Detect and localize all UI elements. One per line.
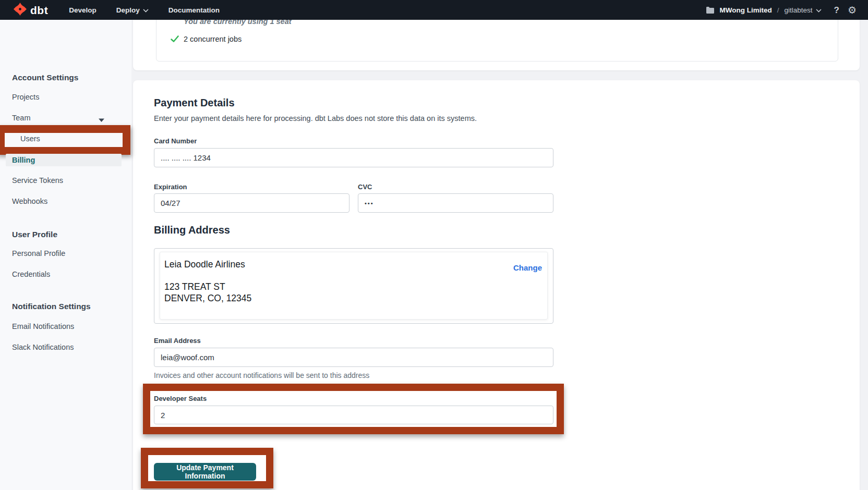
- sidebar-item-billing[interactable]: Billing: [6, 154, 122, 166]
- sidebar-heading-notification-settings: Notification Settings: [12, 302, 91, 311]
- sidebar-item-credentials[interactable]: Credentials: [12, 271, 50, 278]
- sidebar-item-slack-notifications[interactable]: Slack Notifications: [12, 344, 74, 351]
- nav-deploy-label: Deploy: [116, 6, 140, 14]
- expiration-input[interactable]: [154, 193, 349, 213]
- change-address-link[interactable]: Change: [513, 263, 542, 273]
- sidebar-item-webhooks[interactable]: Webhooks: [12, 198, 47, 205]
- gear-icon[interactable]: ⚙: [848, 5, 857, 15]
- billing-address-city: DENVER, CO, 12345: [164, 293, 251, 304]
- sidebar-item-personal-profile[interactable]: Personal Profile: [12, 250, 65, 258]
- sidebar-heading-account-settings: Account Settings: [12, 74, 78, 82]
- email-address-label: Email Address: [154, 337, 201, 344]
- sidebar: Account Settings Projects Team Users Bil…: [0, 20, 131, 490]
- sidebar-item-billing-label: Billing: [6, 156, 35, 164]
- billing-address-title: Billing Address: [154, 224, 230, 236]
- team-caret-down-icon[interactable]: [98, 115, 105, 125]
- sidebar-item-email-notifications[interactable]: Email Notifications: [12, 323, 74, 330]
- dbt-cloud-billing-page: You are currently using 1 seat 2 concurr…: [0, 0, 868, 490]
- sidebar-item-projects[interactable]: Projects: [12, 93, 39, 101]
- project-selector[interactable]: gitlabtest: [785, 6, 822, 14]
- payment-details-title: Payment Details: [154, 97, 235, 108]
- annotation-box-billing: [0, 125, 130, 155]
- sidebar-item-service-tokens[interactable]: Service Tokens: [12, 177, 63, 185]
- deploy-chevron-down-icon: [143, 6, 149, 14]
- cvc-label: CVC: [358, 183, 372, 190]
- card-number-label: Card Number: [154, 138, 197, 144]
- nav-deploy[interactable]: Deploy: [116, 6, 149, 14]
- project-name: gitlabtest: [785, 6, 813, 14]
- developer-seats-input[interactable]: [154, 406, 553, 424]
- sidebar-heading-user-profile: User Profile: [12, 230, 57, 239]
- dbt-logo-icon: [14, 3, 27, 18]
- dbt-logo-text: dbt: [30, 5, 48, 16]
- cvc-input[interactable]: [358, 193, 553, 213]
- payment-details-description: Enter your payment details here for proc…: [154, 114, 477, 124]
- check-icon: [170, 34, 179, 45]
- account-name[interactable]: MWong Limited: [720, 6, 772, 14]
- email-address-input[interactable]: [154, 348, 553, 367]
- expiration-label: Expiration: [154, 183, 187, 190]
- top-navbar: dbt Develop Deploy Documentation MWong L…: [0, 0, 868, 20]
- help-icon[interactable]: ?: [834, 6, 839, 15]
- developer-seats-label: Developer Seats: [154, 395, 207, 402]
- sidebar-item-team[interactable]: Team: [12, 114, 30, 122]
- concurrent-jobs-text: 2 concurrent jobs: [184, 35, 242, 44]
- nav-develop[interactable]: Develop: [69, 6, 97, 14]
- breadcrumb-separator: /: [777, 6, 779, 14]
- nav-documentation[interactable]: Documentation: [168, 6, 220, 14]
- email-helper-text: Invoices and other account notifications…: [154, 371, 369, 380]
- billing-address-name: Leia Doodle Airlines: [164, 259, 245, 270]
- card-number-input[interactable]: [154, 148, 553, 167]
- update-payment-button[interactable]: Update Payment Information: [154, 463, 256, 481]
- folder-icon: [706, 6, 715, 14]
- project-chevron-down-icon: [816, 6, 822, 14]
- dbt-logo[interactable]: dbt: [14, 3, 48, 18]
- billing-address-street: 123 TREAT ST: [164, 281, 225, 292]
